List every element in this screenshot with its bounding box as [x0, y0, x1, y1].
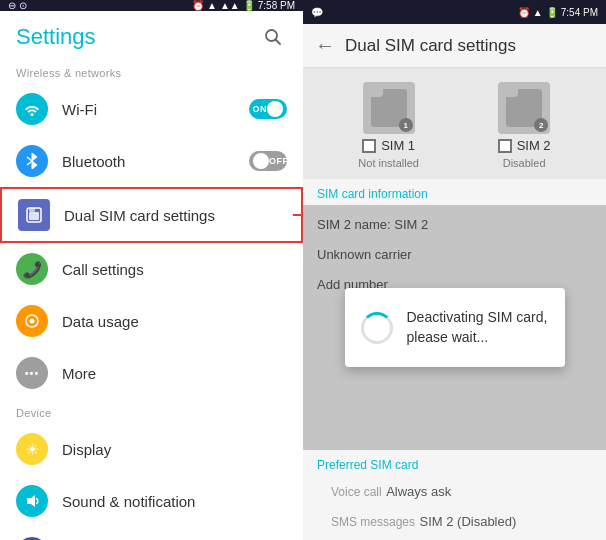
dual-sim-label: Dual SIM card settings: [64, 207, 285, 224]
svg-line-1: [276, 40, 281, 45]
menu-item-sound[interactable]: Sound & notification: [0, 475, 303, 527]
notification-icon: ⊖: [8, 0, 16, 11]
svg-point-10: [30, 319, 35, 324]
battery-icon: 🔋: [243, 0, 255, 11]
menu-item-data[interactable]: Data usage: [0, 295, 303, 347]
sms-row: SMS messages SIM 2 (Disabled): [317, 506, 592, 536]
menu-item-display[interactable]: ☀ Display: [0, 423, 303, 475]
call-icon-symbol: 📞: [22, 260, 42, 279]
preferred-section-header: Preferred SIM card: [317, 454, 592, 476]
wifi-status-icon: ▲: [207, 0, 217, 11]
menu-item-disturb[interactable]: ☾ Do not disturb: [0, 527, 303, 540]
voice-call-label: Voice call: [331, 485, 382, 499]
message-icon: 💬: [311, 7, 323, 18]
sound-label: Sound & notification: [62, 493, 287, 510]
sim1-status: Not installed: [358, 157, 419, 169]
svg-marker-11: [27, 495, 35, 507]
voice-call-value: Always ask: [386, 484, 451, 499]
sim1-row: SIM 1: [362, 138, 415, 153]
sim1-checkbox[interactable]: [362, 139, 376, 153]
time-right: 7:54 PM: [561, 7, 598, 18]
sim2-badge: 2: [534, 118, 548, 132]
search-button[interactable]: [259, 23, 287, 51]
dual-sim-header: ← Dual SIM card settings: [303, 24, 606, 68]
battery-right-icon: 🔋: [546, 7, 558, 18]
call-label: Call settings: [62, 261, 287, 278]
left-status-left-icons: ⊖ ⊙: [8, 0, 27, 11]
sim2-status: Disabled: [503, 157, 546, 169]
wifi-label: Wi-Fi: [62, 101, 249, 118]
alarm-icon: ⏰: [192, 0, 204, 11]
svg-line-2: [27, 157, 32, 161]
bluetooth-icon: [16, 145, 48, 177]
deactivating-dialog: Deactivating SIM card, please wait...: [345, 288, 565, 367]
menu-item-more[interactable]: ••• More: [0, 347, 303, 399]
svg-rect-5: [29, 212, 39, 220]
bluetooth-toggle-label: OFF: [269, 156, 289, 166]
signal-icon: ▲▲: [220, 0, 240, 11]
wireless-section-label: Wireless & networks: [0, 59, 303, 83]
sim1-name: SIM 1: [381, 138, 415, 153]
sound-icon: [16, 485, 48, 517]
right-panel: 💬 ⏰ ▲ 🔋 7:54 PM ← Dual SIM card settings…: [303, 0, 606, 540]
more-icon: •••: [16, 357, 48, 389]
status-bar-right: 💬 ⏰ ▲ 🔋 7:54 PM: [303, 0, 606, 24]
right-content-area: SIM 2 name: SIM 2 Unknown carrier Add nu…: [303, 205, 606, 450]
sync-icon: ⊙: [19, 0, 27, 11]
sms-label: SMS messages: [331, 515, 415, 529]
svg-rect-6: [29, 208, 35, 212]
menu-item-bluetooth[interactable]: Bluetooth OFF: [0, 135, 303, 187]
wifi-toggle-label: ON: [253, 104, 268, 114]
menu-item-wifi[interactable]: Wi-Fi ON: [0, 83, 303, 135]
left-status-right-icons: ⏰ ▲ ▲▲ 🔋 7:58 PM: [192, 0, 295, 11]
dialog-overlay: Deactivating SIM card, please wait...: [303, 205, 606, 450]
bluetooth-toggle[interactable]: OFF: [249, 151, 287, 171]
loading-spinner: [361, 312, 393, 344]
alarm-right-icon: ⏰: [518, 7, 530, 18]
sim2-item: 2 SIM 2 Disabled: [498, 82, 551, 169]
more-label: More: [62, 365, 287, 382]
dialog-message: Deactivating SIM card, please wait...: [407, 308, 549, 347]
sim-cards-area: 1 SIM 1 Not installed 2 SIM 2 Disabled: [303, 68, 606, 179]
device-section-label: Device: [0, 399, 303, 423]
dual-sim-page-title: Dual SIM card settings: [345, 36, 516, 56]
sms-value: SIM 2 (Disabled): [419, 514, 516, 529]
menu-item-dual-sim[interactable]: Dual SIM card settings: [0, 187, 303, 243]
display-label: Display: [62, 441, 287, 458]
sim1-graphic: 1: [363, 82, 415, 134]
call-icon: 📞: [16, 253, 48, 285]
bluetooth-label: Bluetooth: [62, 153, 249, 170]
right-status-right-icons: ⏰ ▲ 🔋 7:54 PM: [518, 7, 598, 18]
settings-header: Settings: [0, 11, 303, 59]
wifi-toggle[interactable]: ON: [249, 99, 287, 119]
voice-call-row: Voice call Always ask: [317, 476, 592, 506]
right-status-left-icons: 💬: [311, 7, 323, 18]
sim2-graphic: 2: [498, 82, 550, 134]
back-button[interactable]: ←: [315, 34, 335, 57]
sim2-row: SIM 2: [498, 138, 551, 153]
sim1-badge: 1: [399, 118, 413, 132]
data-icon: [16, 305, 48, 337]
left-panel: ⊖ ⊙ ⏰ ▲ ▲▲ 🔋 7:58 PM Settings Wireless &…: [0, 0, 303, 540]
wifi-icon: [16, 93, 48, 125]
arrow-pointer: [293, 204, 303, 226]
sim1-item: 1 SIM 1 Not installed: [358, 82, 419, 169]
sim-icon: [18, 199, 50, 231]
sim2-name: SIM 2: [517, 138, 551, 153]
wifi-toggle-knob: [267, 101, 283, 117]
sim-info-section-header: SIM card information: [303, 179, 606, 205]
display-icon: ☀: [16, 433, 48, 465]
preferred-section-area: Preferred SIM card Voice call Always ask…: [303, 450, 606, 540]
data-label: Data usage: [62, 313, 287, 330]
sim2-checkbox[interactable]: [498, 139, 512, 153]
time-left: 7:58 PM: [258, 0, 295, 11]
menu-item-call[interactable]: 📞 Call settings: [0, 243, 303, 295]
wifi-right-icon: ▲: [533, 7, 543, 18]
status-bar-left: ⊖ ⊙ ⏰ ▲ ▲▲ 🔋 7:58 PM: [0, 0, 303, 11]
settings-title: Settings: [16, 24, 96, 50]
bluetooth-toggle-knob: [253, 153, 269, 169]
svg-line-3: [27, 161, 32, 165]
